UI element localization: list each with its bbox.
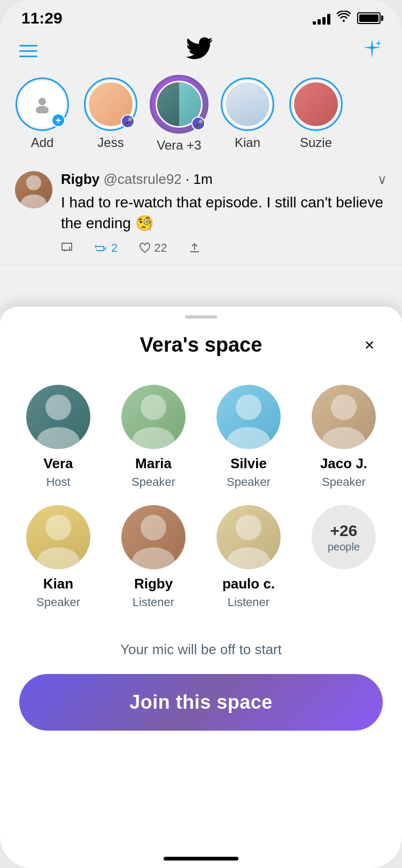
story-suzie-label: Suzie: [300, 135, 332, 150]
participant-maria-avatar: [121, 385, 185, 449]
participant-silvie-role: Speaker: [227, 475, 270, 489]
svg-point-10: [331, 394, 357, 420]
space-title: Vera's space: [46, 334, 356, 356]
status-icons: [313, 11, 381, 26]
svg-point-7: [132, 427, 175, 449]
participant-kian: Kian Speaker: [15, 505, 102, 609]
participant-vera-role: Host: [46, 475, 70, 489]
participant-paulo-avatar: [217, 505, 281, 569]
participant-rigby-role: Listener: [133, 595, 174, 609]
participant-paulo-name: paulo c.: [222, 576, 275, 592]
story-add[interactable]: + Add: [13, 78, 72, 150]
svg-point-17: [227, 547, 270, 569]
tweet-header: Rigby @catsrule92 · 1m ∨: [61, 171, 387, 188]
participant-maria-role: Speaker: [132, 475, 175, 489]
tweet-text: I had to re-watch that episode. I still …: [61, 192, 387, 234]
mic-notice: Your mic will be off to start: [0, 641, 402, 658]
tweet-user: Rigby @catsrule92 · 1m: [61, 171, 213, 188]
svg-point-2: [26, 175, 41, 190]
sparkle-icon[interactable]: [361, 38, 383, 64]
story-add-label: Add: [31, 135, 54, 150]
tweet-avatar: [15, 171, 52, 208]
participant-rigby-name: Rigby: [134, 576, 173, 592]
join-space-button[interactable]: Join this space: [19, 674, 383, 731]
svg-point-14: [141, 515, 166, 540]
close-button[interactable]: ×: [356, 331, 383, 358]
phone-frame: 11:29: [0, 0, 402, 868]
participant-paulo-role: Listener: [228, 595, 269, 609]
participant-silvie-name: Silvie: [230, 455, 267, 472]
story-kian-label: Kian: [235, 135, 260, 150]
participant-jaco-avatar: [312, 385, 376, 449]
tweet-share-action[interactable]: [189, 242, 200, 254]
more-count: +26: [330, 522, 358, 540]
svg-point-16: [236, 515, 261, 540]
story-suzie[interactable]: Suzie: [287, 78, 345, 150]
stories-row: + Add 🎤 Jess 🎤 Vera +3: [0, 69, 402, 161]
participant-vera-name: Vera: [44, 455, 73, 472]
story-jess-label: Jess: [97, 135, 123, 150]
participant-silvie-avatar: [217, 385, 281, 449]
story-kian[interactable]: Kian: [218, 78, 277, 150]
home-indicator: [164, 857, 238, 861]
story-jess[interactable]: 🎤 Jess: [81, 78, 140, 150]
participant-kian-role: Speaker: [36, 595, 80, 609]
participant-kian-avatar: [26, 505, 90, 569]
app-header: [0, 32, 402, 69]
svg-point-9: [227, 427, 270, 449]
svg-point-6: [141, 394, 166, 420]
more-label: people: [328, 541, 360, 553]
participant-jaco-name: Jaco J.: [320, 455, 367, 472]
space-modal: Vera's space × Vera Host: [0, 307, 402, 868]
participant-rigby-avatar: [121, 505, 185, 569]
story-vera3-label: Vera +3: [157, 138, 201, 153]
tweet-like-action[interactable]: 22: [139, 241, 167, 255]
participant-rigby: Rigby Listener: [110, 505, 197, 609]
svg-point-13: [37, 547, 80, 569]
tweet-actions: 2 22: [61, 241, 387, 255]
tweet-content: Rigby @catsrule92 · 1m ∨ I had to re-wat…: [61, 171, 387, 255]
svg-point-11: [322, 427, 365, 449]
sheet-handle: [185, 315, 217, 319]
participant-paulo: paulo c. Listener: [205, 505, 292, 609]
tweet-chevron-icon[interactable]: ∨: [377, 172, 387, 187]
svg-point-5: [37, 427, 80, 449]
participant-kian-name: Kian: [43, 576, 73, 592]
tweet-retweet-action[interactable]: 2: [94, 241, 118, 255]
story-vera3[interactable]: 🎤 Vera +3: [150, 75, 208, 153]
wifi-icon: [337, 11, 351, 26]
participant-maria: Maria Speaker: [110, 385, 197, 489]
svg-point-1: [36, 106, 49, 113]
svg-point-4: [45, 394, 71, 420]
signal-icon: [313, 12, 330, 25]
svg-point-0: [38, 98, 46, 105]
tweet-section: Rigby @catsrule92 · 1m ∨ I had to re-wat…: [0, 161, 402, 265]
twitter-logo: [186, 37, 213, 65]
battery-icon: [357, 12, 381, 24]
more-participants: +26 people · ·: [300, 505, 387, 609]
more-circle: +26 people: [312, 505, 376, 569]
participant-vera: Vera Host: [15, 385, 102, 489]
participant-jaco-role: Speaker: [322, 475, 366, 489]
sheet-header: Vera's space ×: [0, 331, 402, 358]
tweet-reply-action[interactable]: [61, 242, 73, 254]
status-time: 11:29: [21, 9, 63, 27]
menu-icon[interactable]: [19, 45, 37, 57]
participant-maria-name: Maria: [135, 455, 172, 472]
participant-silvie: Silvie Speaker: [205, 385, 292, 489]
participant-jaco: Jaco J. Speaker: [300, 385, 387, 489]
participant-vera-avatar: [26, 385, 90, 449]
svg-point-12: [45, 515, 71, 540]
participants-grid: Vera Host Maria Speaker: [0, 385, 402, 609]
svg-point-15: [132, 547, 175, 569]
svg-point-3: [21, 195, 47, 208]
svg-point-8: [236, 394, 261, 420]
status-bar: 11:29: [0, 0, 402, 32]
